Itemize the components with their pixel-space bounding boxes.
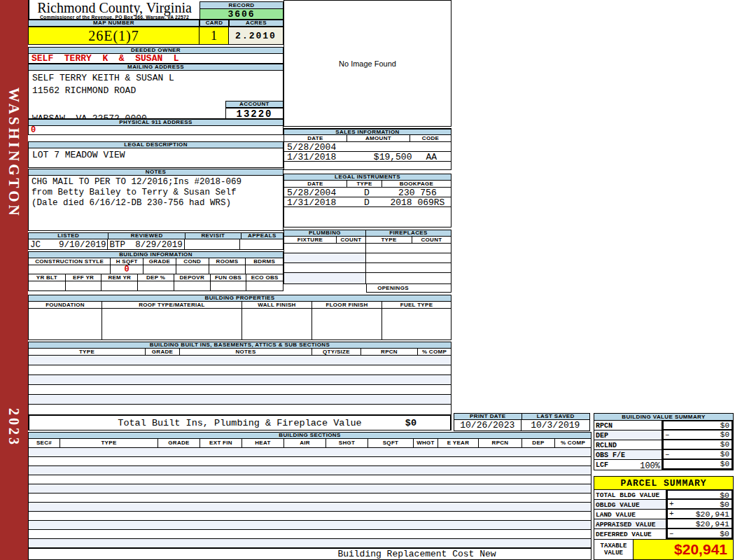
built-ins-rows	[28, 356, 451, 414]
building-sections-row	[29, 530, 591, 539]
rooms-value	[209, 265, 246, 274]
legal-instruments-label: LEGAL INSTRUMENTS	[284, 174, 451, 181]
review-value-row: JC 9/10/2019 BTP 8/29/2019	[28, 239, 284, 250]
parcel-row-value-cell: $20,941	[666, 519, 733, 529]
plumbing-row	[284, 253, 451, 263]
image-panel: No Image Found	[284, 0, 451, 127]
sale-code	[412, 142, 451, 151]
floor-finish-value	[312, 309, 382, 340]
taxable-label-line2: VALUE	[594, 550, 633, 556]
parcel-row: DEFERRED VALUE – $0	[594, 529, 733, 539]
legal-description-label: LEGAL DESCRIPTION	[28, 141, 284, 148]
cond-value	[176, 265, 209, 274]
bvs-op: –	[664, 450, 670, 458]
sale-date: 5/28/2004	[284, 142, 349, 151]
parcel-row: APPRAISED VALUE $20,941	[594, 519, 733, 529]
notes-line: (Dale died 6/16/12-DB 230-756 had WRS)	[29, 198, 283, 209]
built-ins-row	[29, 375, 451, 385]
bi-type-label: TYPE	[29, 349, 146, 355]
record-value: 3606	[200, 9, 284, 20]
bi-notes-label: NOTES	[180, 349, 312, 355]
parcel-value: $0	[720, 529, 732, 538]
fireplace-type-label: TYPE	[366, 237, 412, 243]
notes-block: CHG MAIL TO PER TO 12/2016;Ins #2018-069…	[28, 176, 284, 231]
bs-rpcn-label: RPCN	[479, 439, 522, 447]
parcel-row-label: APPRAISED VALUE	[594, 519, 666, 529]
plumbing-row	[284, 273, 451, 284]
plumbing-label: PLUMBING	[284, 230, 366, 237]
bvs-op	[664, 460, 665, 468]
review-header-row: LISTED REVIEWED REVISIT APPEALS	[28, 232, 284, 239]
print-date-value: 10/26/2023	[454, 420, 522, 430]
sale-date: 1/31/2018	[284, 152, 349, 161]
instruments-table: 5/28/2004 D 230 756 1/31/2018 D 2018 069…	[284, 188, 451, 227]
bvs-row: LCF 100% $0	[594, 460, 733, 470]
reviewed-by: BTP	[109, 240, 125, 249]
yr-blt-label: YR BLT	[29, 274, 66, 281]
mailing-line-1: SELF TERRY KEITH & SUSAN L	[29, 71, 283, 83]
sales-information-label: SALES INFORMATION	[284, 128, 451, 135]
bs-grade-label: GRADE	[158, 439, 200, 447]
listed-label: LISTED	[28, 232, 108, 239]
bvs-value: $0	[720, 440, 732, 449]
wall-finish-label: WALL FINISH	[242, 302, 312, 308]
roof-type-value	[102, 309, 242, 340]
sales-header-row: DATE AMOUNT CODE	[284, 135, 451, 142]
instr-bookpage-label: BOOKPAGE	[382, 181, 451, 187]
depovr-value	[174, 281, 211, 290]
building-value-summary-label: BUILDING VALUE SUMMARY	[594, 413, 734, 421]
built-ins-row	[29, 385, 451, 395]
building-info-value-row2	[28, 281, 284, 291]
bvs-op	[664, 440, 665, 449]
bvs-row-value-cell: $0	[662, 460, 733, 470]
plumbing-row	[284, 263, 451, 273]
bs-whgt-label: WHGT	[414, 439, 438, 447]
instr-type-label: TYPE	[347, 181, 382, 187]
bvs-op	[664, 421, 665, 429]
bvs-row-label: RCLND	[594, 440, 662, 450]
parcel-value: $0	[720, 491, 732, 498]
bi-rpcn-label: RPCN	[361, 349, 418, 355]
yr-blt-value	[29, 281, 66, 290]
parcel-row-label: TOTAL BLDG VALUE	[594, 490, 666, 500]
built-ins-row	[29, 405, 451, 414]
fireplaces-label: FIREPLACES	[366, 230, 451, 237]
bs-eyear-label: E YEAR	[438, 439, 479, 447]
sales-row-empty	[284, 162, 451, 169]
instruments-header-row: DATE TYPE BOOKPAGE	[284, 181, 451, 188]
built-ins-header-row: TYPE GRADE NOTES QTY/SIZE RPCN % COMP	[28, 349, 451, 356]
notes-line: from Betty Bailey to Terry & Susan Self	[29, 188, 283, 198]
built-ins-label: BUILDING BUILT INS, BASEMENTS, ATTICS & …	[28, 342, 451, 349]
taxable-label-line1: TAXABLE	[594, 542, 633, 550]
bs-dep-label: DEP	[522, 439, 555, 447]
print-date-label: PRINT DATE	[454, 413, 522, 420]
notes-line: CHG MAIL TO PER TO 12/2016;Ins #2018-069	[29, 176, 283, 188]
mailing-line-2: 11562 RICHMOND ROAD	[29, 83, 283, 96]
revisit-value	[185, 239, 241, 249]
parcel-row-label: OBLDG VALUE	[594, 500, 666, 510]
account-value: 13220	[225, 108, 284, 119]
bvs-pct-text: 100%	[640, 461, 660, 470]
bi-comp-label: % COMP	[418, 349, 451, 355]
notes-label: NOTES	[28, 169, 284, 176]
bvs-row: RCLND $0	[594, 440, 733, 450]
parcel-row-label: LAND VALUE	[594, 510, 666, 519]
cond-label: COND	[176, 258, 209, 265]
bvs-row-label: DEP	[594, 430, 662, 440]
bs-air-label: AIR	[284, 439, 326, 447]
acres-value: 2.2010	[229, 27, 284, 45]
fireplace-cell	[366, 253, 451, 262]
reviewed-date: 8/29/2019	[135, 240, 183, 249]
print-info-header-row: PRINT DATE LAST SAVED	[454, 413, 590, 420]
appeals-label: APPEALS	[241, 232, 284, 239]
roof-type-label: ROOF TYPE/MATERIAL	[102, 302, 242, 308]
built-ins-total-value: $0	[405, 418, 416, 428]
bvs-label-text: LCF	[596, 461, 608, 470]
bi-qty-label: QTY/SIZE	[312, 349, 361, 355]
parcel-value: $20,941	[696, 510, 732, 518]
sales-row: 1/31/2018 $19,500 AA	[284, 152, 451, 162]
fun-obs-value	[211, 281, 247, 290]
bvs-row: RPCN $0	[594, 421, 733, 430]
fuel-type-label: FUEL TYPE	[382, 302, 451, 308]
physical-911-label: PHYSICAL 911 ADDRESS	[28, 119, 284, 126]
